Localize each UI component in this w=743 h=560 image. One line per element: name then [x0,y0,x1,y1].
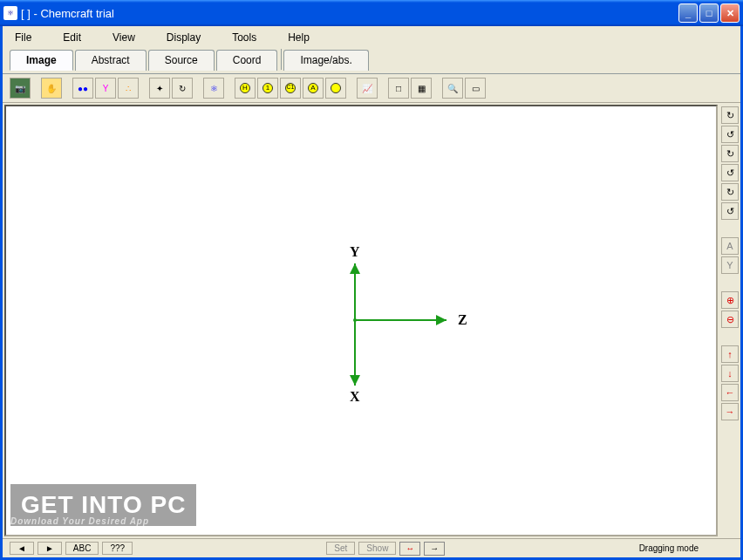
sparkle-icon[interactable]: ✦ [149,78,170,99]
graph-icon[interactable]: 📈 [357,78,378,99]
flip-y-icon[interactable]: Y [721,256,739,274]
maximize-button[interactable]: □ [699,3,719,23]
bond-colored-icon[interactable]: Y [95,78,116,99]
grid-icon[interactable]: ▦ [411,78,432,99]
h-yellow-icon[interactable]: H [235,78,256,99]
side-toolbar: ↻ ↺ ↻ ↺ ↻ ↺ A Y ⊕ ⊖ ↑ ↓ ← → [719,103,740,538]
tabbar: Image Abstract Source Coord Image/abs. [3,49,740,74]
tab-coord[interactable]: Coord [216,50,278,71]
status-abc-btn[interactable]: ABC [65,542,99,555]
menu-tools[interactable]: Tools [227,30,262,45]
square-icon[interactable]: □ [388,78,409,99]
axis-z-label: Z [458,312,467,328]
rotate-ccw-icon[interactable]: ↺ [721,126,739,143]
arrow-left-red-icon[interactable]: ← [721,384,739,401]
close-button[interactable]: ✕ [720,3,740,23]
toolbar: 📷 ✋ ●● Y ∴ ✦ ↻ ⚛ H 1 C1 A 📈 □ ▦ 🔍 ▭ [3,74,740,103]
tab-separator [281,49,282,70]
zoom-in-icon[interactable]: ⊕ [721,291,739,309]
status-arrow-right-btn[interactable]: → [424,542,445,556]
a-yellow-icon[interactable]: A [303,78,324,99]
status-next-btn[interactable]: ► [37,542,62,555]
status-set-btn[interactable]: Set [326,542,355,555]
watermark-subtitle: Download Your Desired App [10,516,149,526]
menu-view[interactable]: View [107,30,140,45]
axis-x-label: X [350,389,360,405]
axis-y-label: Y [350,244,360,260]
refresh-icon[interactable]: ↻ [172,78,193,99]
rotate-ccw3-icon[interactable]: ↺ [721,202,739,220]
watermark-text: GET INTO PC [21,491,186,518]
rotate-cw2-icon[interactable]: ↻ [721,145,739,162]
c1-yellow-icon[interactable]: C1 [280,78,301,99]
canvas[interactable]: Y Z X GET INTO PC Download Your Desired … [4,105,718,536]
bond-blue-icon[interactable]: ●● [72,78,93,99]
letter-a-icon[interactable]: A [721,237,739,255]
rotate-cw-icon[interactable]: ↻ [721,106,739,124]
arrow-up-red-icon[interactable]: ↑ [721,345,739,363]
highlight-icon[interactable]: ✋ [41,78,62,99]
atom-orbit-icon[interactable]: ⚛ [203,78,224,99]
menubar: File Edit View Display Tools Help [3,26,740,49]
status-mode-text: Dragging mode [639,543,733,553]
window-controls: _ □ ✕ [678,3,740,23]
rotate-cw3-icon[interactable]: ↻ [721,183,739,201]
tab-image-abs[interactable]: Image/abs. [283,50,368,71]
status-show-btn[interactable]: Show [358,542,396,555]
arrow-down-red-icon[interactable]: ↓ [721,365,739,382]
yellow-circle-icon[interactable] [325,78,346,99]
status-qqq-btn[interactable]: ??? [102,542,133,555]
arrow-right-red-icon[interactable]: → [721,403,739,420]
tab-abstract[interactable]: Abstract [75,50,147,71]
menu-edit[interactable]: Edit [58,30,86,45]
window-title: [ ] - Chemcraft trial [21,7,678,20]
rotate-ccw2-icon[interactable]: ↺ [721,164,739,181]
svg-point-3 [353,318,357,322]
tab-source[interactable]: Source [148,50,215,71]
status-arrow-lr-btn[interactable]: ↔ [399,542,420,556]
bond-dots-icon[interactable]: ∴ [118,78,139,99]
camera-icon[interactable]: 📷 [10,78,31,99]
main-area: Y Z X GET INTO PC Download Your Desired … [3,103,740,538]
zoom-out-icon[interactable]: ⊖ [721,311,739,328]
menu-file[interactable]: File [10,30,37,45]
one-yellow-icon[interactable]: 1 [257,78,278,99]
magnify-icon[interactable]: 🔍 [442,78,463,99]
status-prev-btn[interactable]: ◄ [10,542,34,555]
camera2-icon[interactable]: ▭ [465,78,486,99]
watermark-overlay: GET INTO PC Download Your Desired App [10,484,196,526]
statusbar: ◄ ► ABC ??? Set Show ↔ → Dragging mode [3,538,740,557]
minimize-button[interactable]: _ [678,3,698,23]
menu-display[interactable]: Display [161,30,206,45]
menu-help[interactable]: Help [283,30,315,45]
app-icon: ⚛ [3,6,17,20]
axes-svg [6,106,716,535]
titlebar: ⚛ [ ] - Chemcraft trial _ □ ✕ [0,0,743,26]
tab-image[interactable]: Image [10,50,73,71]
